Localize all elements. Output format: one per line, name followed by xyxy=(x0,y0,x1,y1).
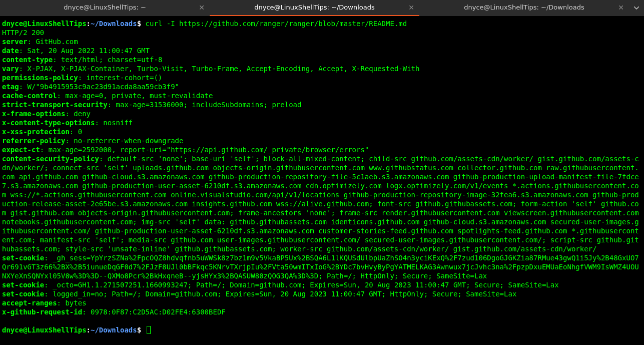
header-colon: : xyxy=(57,299,66,307)
header-key: date xyxy=(2,47,19,55)
header-colon: : xyxy=(65,137,74,145)
header-key: cache-control xyxy=(2,92,57,100)
header-value: X-PJAX, X-PJAX-Container, Turbo-Visit, T… xyxy=(28,65,420,73)
header-colon: : xyxy=(19,47,28,55)
prompt-dollar: $ xyxy=(137,20,141,28)
header-colon: : xyxy=(57,92,66,100)
header-value: no-referrer-when-downgrade xyxy=(74,137,183,145)
prompt-colon: : xyxy=(87,20,91,28)
header-key: content-security-policy xyxy=(2,155,99,163)
chevron-down-icon xyxy=(634,7,639,10)
entered-command xyxy=(141,20,145,28)
prompt-path: ~/Downloads xyxy=(91,20,137,28)
tab-2[interactable]: dnyce@LinuxShellTips: ~/Downloads✕ xyxy=(419,0,629,16)
tab-label: dnyce@LinuxShellTips: ~/Downloads xyxy=(464,3,584,12)
header-key: set-cookie xyxy=(2,290,44,298)
header-key: strict-transport-security xyxy=(2,101,108,109)
header-key: x-xss-protection xyxy=(2,128,70,136)
prompt-path: ~/Downloads xyxy=(91,326,137,334)
command-text: curl -I https://github.com/ranger/ranger… xyxy=(146,20,407,28)
header-value: default-src 'none'; base-uri 'self'; blo… xyxy=(2,155,643,253)
header-value: max-age=31536000; includeSubdomains; pre… xyxy=(116,101,302,109)
header-key: x-github-request-id xyxy=(2,308,82,316)
header-value: max-age=0, private, must-revalidate xyxy=(65,92,213,100)
header-colon: : xyxy=(40,146,49,154)
header-colon: : xyxy=(78,74,87,82)
header-colon: : xyxy=(44,290,53,298)
header-value: _gh_sess=YpYrzSZNa%2FpcOQZ8hdvqfnb5uWWSk… xyxy=(2,254,639,280)
window-menu-caret[interactable] xyxy=(629,0,644,16)
cursor xyxy=(147,326,151,334)
header-value: 0 xyxy=(78,128,82,136)
header-colon: : xyxy=(44,281,53,289)
header-key: content-type xyxy=(2,56,53,64)
close-icon[interactable]: ✕ xyxy=(408,3,414,12)
header-value: nosniff xyxy=(103,119,133,127)
http-status-line: HTTP/2 200 xyxy=(2,29,44,37)
header-value: GitHub.com xyxy=(36,38,78,46)
header-key: accept-ranges xyxy=(2,299,57,307)
header-colon: : xyxy=(65,110,74,118)
header-value: deny xyxy=(74,110,91,118)
header-value: Sat, 20 Aug 2022 11:00:47 GMT xyxy=(28,47,150,55)
header-value: logged_in=no; Path=/; Domain=github.com;… xyxy=(53,290,516,298)
header-value: 0978:0F87:C2D5AC:D02FE4:6300BEDF xyxy=(91,308,226,316)
header-colon: : xyxy=(28,38,36,46)
header-value: text/html; charset=utf-8 xyxy=(61,56,162,64)
header-key: expect-ct xyxy=(2,146,40,154)
header-value: bytes xyxy=(65,299,86,307)
header-value: W/"9b4915953c9ac23d91acda8aa59cb3f9" xyxy=(28,83,179,91)
header-colon: : xyxy=(19,65,28,73)
tab-1[interactable]: dnyce@LinuxShellTips: ~/Downloads✕ xyxy=(210,0,419,16)
prompt-colon: : xyxy=(87,326,91,334)
header-key: permissions-policy xyxy=(2,74,78,82)
header-colon: : xyxy=(108,101,116,109)
header-key: set-cookie xyxy=(2,254,44,262)
header-value: _octo=GH1.1.271507251.1660993247; Path=/… xyxy=(53,281,558,289)
header-key: server xyxy=(2,38,28,46)
header-colon: : xyxy=(70,128,78,136)
header-key: set-cookie xyxy=(2,281,44,289)
header-colon: : xyxy=(82,308,91,316)
header-colon: : xyxy=(95,119,103,127)
header-colon: : xyxy=(19,83,28,91)
header-key: etag xyxy=(2,83,19,91)
header-colon: : xyxy=(99,155,108,163)
header-value: interest-cohort=() xyxy=(87,74,163,82)
tab-0[interactable]: dnyce@LinuxShellTips: ~✕ xyxy=(0,0,210,16)
tab-label: dnyce@LinuxShellTips: ~ xyxy=(64,3,146,12)
terminal-output[interactable]: dnyce@LinuxShellTips:~/Downloads$ curl -… xyxy=(0,16,644,336)
header-key: x-content-type-options xyxy=(2,119,95,127)
header-key: x-frame-options xyxy=(2,110,65,118)
header-key: vary xyxy=(2,65,19,73)
close-icon[interactable]: ✕ xyxy=(199,3,205,12)
header-colon: : xyxy=(44,254,53,262)
header-key: referrer-policy xyxy=(2,137,65,145)
prompt-dollar: $ xyxy=(137,326,141,334)
header-value: max-age=2592000, report-uri="https://api… xyxy=(49,146,369,154)
close-icon[interactable]: ✕ xyxy=(618,3,624,12)
tab-label: dnyce@LinuxShellTips: ~/Downloads xyxy=(254,3,374,12)
prompt-user: dnyce@LinuxShellTips xyxy=(2,20,87,28)
prompt-user: dnyce@LinuxShellTips xyxy=(2,326,87,334)
header-colon: : xyxy=(53,56,61,64)
titlebar: dnyce@LinuxShellTips: ~✕dnyce@LinuxShell… xyxy=(0,0,644,16)
